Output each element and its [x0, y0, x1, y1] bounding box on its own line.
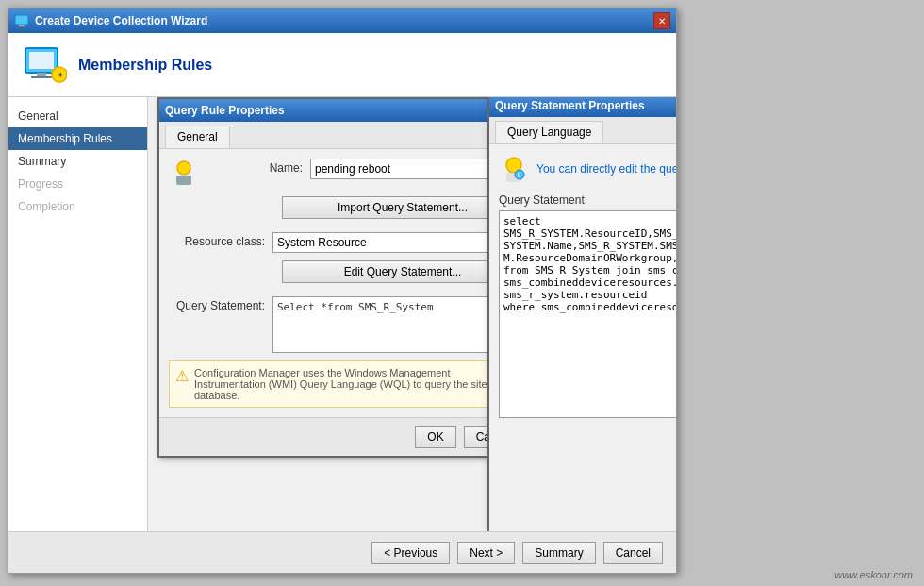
- svg-text:i: i: [518, 172, 520, 178]
- qsp-tab-query-language[interactable]: Query Language: [495, 121, 603, 143]
- previous-button[interactable]: < Previous: [371, 542, 450, 564]
- qrp-titlebar: Query Rule Properties ✕: [159, 99, 533, 122]
- qrp-query-stmt-field: Select *from SMS_R_System: [272, 296, 523, 353]
- qrp-query-stmt-display: Select *from SMS_R_System: [272, 296, 523, 353]
- wizard-header-icon: ✦: [22, 42, 67, 88]
- sidebar-item-completion: Completion: [8, 195, 147, 218]
- sidebar-item-summary[interactable]: Summary: [8, 150, 147, 173]
- qrp-title-text: Query Rule Properties: [165, 104, 285, 117]
- wizard-sidebar: General Membership Rules Summary Progres…: [8, 97, 148, 531]
- svg-rect-10: [176, 176, 191, 185]
- qrp-warning-box: ⚠ Configuration Manager uses the Windows…: [169, 360, 523, 408]
- svg-rect-2: [17, 26, 26, 27]
- qrp-resource-class-select[interactable]: System Resource: [272, 232, 523, 253]
- qrp-name-icon: [169, 159, 199, 189]
- svg-point-13: [515, 170, 524, 179]
- wizard-header-title: Membership Rules: [78, 57, 212, 74]
- wizard-header: ✦ Membership Rules: [8, 33, 676, 97]
- qrp-tab-general[interactable]: General: [165, 126, 230, 148]
- qsp-stmt-textarea[interactable]: [499, 210, 676, 418]
- svg-text:✦: ✦: [57, 70, 64, 80]
- svg-rect-1: [19, 25, 25, 26]
- qrp-resource-class-row: Resource class: System Resource ▼: [169, 232, 523, 253]
- qsp-info-text: You can directly edit the query statemen…: [536, 162, 676, 176]
- wizard-title-icon: [14, 13, 29, 28]
- svg-point-9: [177, 161, 190, 175]
- qrp-warning-text: Configuration Manager uses the Windows M…: [194, 367, 517, 401]
- qsp-titlebar: Query Statement Properties ✕: [489, 97, 676, 117]
- svg-rect-5: [37, 73, 46, 76]
- qsp-dialog: Query Statement Properties ✕ Query Langu…: [487, 97, 676, 531]
- next-button[interactable]: Next >: [457, 542, 515, 564]
- sidebar-item-progress: Progress: [8, 173, 147, 195]
- qrp-ok-button[interactable]: OK: [415, 426, 455, 448]
- qsp-title-text: Query Statement Properties: [495, 99, 645, 112]
- qsp-stmt-label: Query Statement:: [499, 193, 676, 207]
- cancel-button[interactable]: Cancel: [603, 542, 663, 564]
- qrp-query-stmt-label: Query Statement:: [169, 296, 272, 312]
- qsp-arrow-area: [499, 421, 676, 487]
- wizard-window: Create Device Collection Wizard ✕ ✦ Memb…: [8, 8, 677, 574]
- svg-rect-0: [15, 15, 28, 25]
- qrp-query-stmt-row: Query Statement: Select *from SMS_R_Syst…: [169, 296, 523, 353]
- wizard-body: General Membership Rules Summary Progres…: [8, 97, 676, 531]
- wizard-footer: < Previous Next > Summary Cancel: [8, 531, 676, 573]
- summary-button[interactable]: Summary: [522, 542, 595, 564]
- watermark-text: www.eskonr.com: [834, 569, 913, 580]
- sidebar-item-membership-rules[interactable]: Membership Rules: [8, 127, 147, 150]
- qrp-body: Name: Import Query Statement... Resource…: [159, 149, 533, 417]
- qrp-resource-class-field: System Resource ▼: [272, 232, 523, 253]
- qsp-stmt-container: [499, 210, 676, 421]
- qrp-dialog: Query Rule Properties ✕ General Name:: [157, 97, 535, 458]
- qsp-info-box: i You can directly edit the query statem…: [499, 154, 676, 184]
- qsp-body: i You can directly edit the query statem…: [489, 144, 676, 496]
- qsp-info-icon: i: [499, 154, 529, 184]
- wizard-content: Query Rule Properties ✕ General Name:: [148, 97, 676, 531]
- qrp-footer: OK Cancel: [159, 417, 533, 456]
- warning-icon: ⚠: [175, 367, 189, 385]
- qrp-resource-class-label: Resource class:: [169, 232, 272, 248]
- qsp-tab-bar: Query Language: [489, 117, 676, 144]
- qrp-name-row: Name:: [169, 159, 523, 189]
- svg-rect-4: [29, 52, 54, 69]
- qrp-tab-bar: General: [159, 122, 533, 149]
- svg-rect-6: [31, 76, 52, 78]
- wizard-titlebar: Create Device Collection Wizard ✕: [8, 8, 676, 33]
- qrp-name-label: Name:: [206, 159, 310, 175]
- sidebar-item-general[interactable]: General: [8, 105, 147, 127]
- wizard-close-button[interactable]: ✕: [653, 12, 670, 29]
- wizard-title-text: Create Device Collection Wizard: [35, 14, 207, 27]
